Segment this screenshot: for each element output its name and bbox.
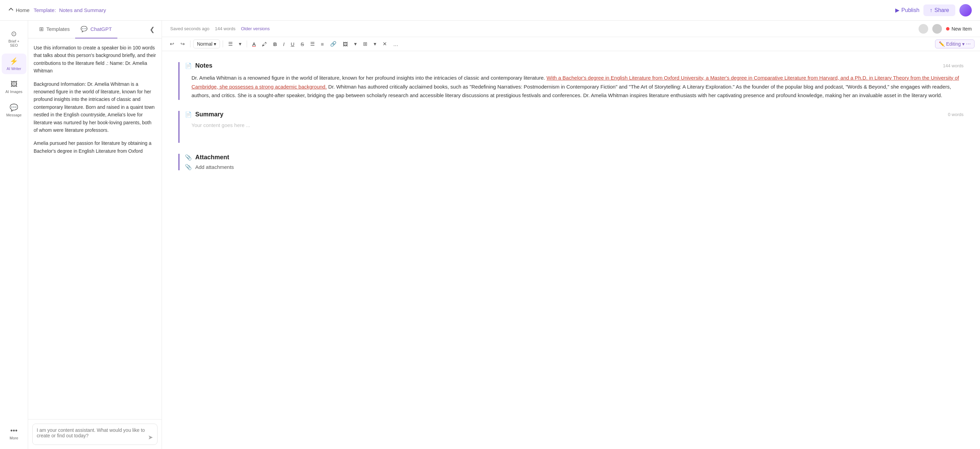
chat-message-2: Background Information: Dr. Amelia Whitm… — [33, 80, 156, 134]
sidebar-item-ai-images[interactable]: 🖼 AI Images — [2, 77, 26, 97]
new-item-button[interactable]: New Item — [946, 26, 972, 32]
top-bar: Home Template: Notes and Summary ▶ Publi… — [0, 0, 980, 21]
top-bar-right: ▶ Publish ↑ Share — [895, 4, 972, 16]
link-button[interactable]: 🔗 — [328, 39, 339, 49]
new-item-label: New Item — [951, 26, 972, 32]
summary-section-border: 📄 Summary 0 words Your content goes here… — [178, 111, 964, 143]
bullet-list-button[interactable]: ☰ — [308, 39, 317, 49]
text-color-button[interactable]: A — [250, 40, 258, 49]
breadcrumb-name: Notes and Summary — [59, 7, 106, 13]
chat-input-area: ➤ — [28, 419, 162, 449]
notes-title-row: 📄 Notes — [185, 62, 212, 69]
edit-icon: ✏️ — [939, 41, 945, 47]
chat-message-1: Use this information to create a speaker… — [33, 44, 156, 75]
panel-content: Use this information to create a speaker… — [28, 38, 162, 419]
publish-label: Publish — [901, 7, 919, 13]
editor-avatar-2 — [932, 24, 942, 33]
sidebar-item-ai-writer[interactable]: ⚡ AI Writer — [2, 54, 26, 74]
table-chevron-button[interactable]: ▾ — [371, 39, 379, 49]
share-label: Share — [934, 7, 949, 13]
editor-topbar: Saved seconds ago 144 words Older versio… — [162, 21, 980, 37]
more-options-button[interactable]: … — [391, 40, 401, 49]
notes-section: 📄 Notes 144 words Dr. Amelia Whitman is … — [178, 62, 964, 100]
clear-format-button[interactable]: ✕ — [380, 39, 390, 49]
publish-button[interactable]: ▶ Publish — [895, 7, 919, 13]
publish-icon: ▶ — [895, 7, 899, 13]
sidebar-label-more: More — [10, 436, 18, 440]
add-attachment-icon: 📎 — [185, 164, 192, 170]
highlight-button[interactable]: 🖍 — [259, 40, 269, 49]
sidebar-label-message: Message — [6, 113, 22, 117]
strikethrough-button[interactable]: S — [298, 40, 306, 49]
sidebar-label-ai-images: AI Images — [5, 89, 23, 94]
notes-section-border: 📄 Notes 144 words Dr. Amelia Whitman is … — [178, 62, 964, 100]
chatgpt-icon: 💬 — [81, 26, 88, 32]
editor-meta: Saved seconds ago 144 words Older versio… — [170, 26, 270, 31]
style-label: Normal — [197, 41, 212, 47]
undo-button[interactable]: ↩ — [167, 39, 177, 49]
editing-more-icon: ⋯ — [966, 41, 971, 47]
notes-section-header: 📄 Notes 144 words — [185, 62, 964, 69]
top-bar-left: Home Template: Notes and Summary — [8, 7, 106, 13]
toolbar-separator-1 — [190, 40, 191, 47]
attachment-title-row: 📎 Attachment — [185, 154, 964, 161]
panel-collapse-button[interactable]: ❮ — [148, 24, 156, 35]
more-icon: ••• — [10, 427, 18, 435]
editing-dropdown[interactable]: ✏️ Editing ▾ ⋯ — [935, 40, 975, 48]
sidebar-item-more[interactable]: ••• More — [2, 423, 26, 444]
sidebar-item-message[interactable]: 💬 Message — [2, 100, 26, 121]
summary-content-area[interactable]: Your content goes here ... — [185, 122, 964, 143]
summary-title-row: 📄 Summary — [185, 111, 223, 118]
older-versions-link[interactable]: Older versions — [241, 26, 270, 31]
chat-input[interactable] — [37, 427, 145, 441]
chat-input-box: ➤ — [32, 424, 158, 445]
notes-text-plain: Dr. Amelia Whitman is a renowned figure … — [191, 75, 547, 81]
image-button[interactable]: 🖼 — [340, 40, 350, 49]
tab-templates[interactable]: ⊞ Templates — [33, 21, 75, 38]
sidebar-label-brief-seo: Brief + SEO — [5, 39, 24, 47]
attachment-icon: 📎 — [185, 154, 192, 161]
align-button[interactable]: ☰ — [226, 39, 235, 49]
templates-icon: ⊞ — [39, 26, 44, 32]
editor-content[interactable]: 📄 Notes 144 words Dr. Amelia Whitman is … — [162, 51, 980, 449]
style-dropdown[interactable]: Normal ▾ — [193, 40, 220, 48]
summary-section-header: 📄 Summary 0 words — [185, 111, 964, 118]
sidebar-item-brief-seo[interactable]: ⊙ Brief + SEO — [2, 26, 26, 51]
underline-button[interactable]: U — [288, 40, 297, 49]
editing-chevron-icon: ▾ — [962, 41, 964, 47]
style-chevron-icon: ▾ — [214, 41, 216, 47]
image-chevron-button[interactable]: ▾ — [352, 39, 359, 49]
attachment-title: Attachment — [195, 154, 229, 161]
home-label: Home — [16, 7, 30, 13]
notes-title: Notes — [195, 62, 212, 69]
chat-send-button[interactable]: ➤ — [148, 433, 153, 441]
numbered-list-button[interactable]: ≡ — [318, 40, 326, 49]
add-attachment-row[interactable]: 📎 Add attachments — [185, 164, 964, 170]
editor-avatar-1 — [919, 24, 928, 33]
sidebar-label-ai-writer: AI Writer — [6, 67, 21, 71]
avatar[interactable] — [959, 4, 972, 16]
italic-button[interactable]: I — [281, 40, 287, 49]
summary-icon: 📄 — [185, 111, 192, 118]
home-button[interactable]: Home — [8, 7, 30, 13]
editor-topbar-right: New Item — [919, 24, 972, 33]
new-item-dot — [946, 27, 950, 30]
editing-label: Editing — [946, 41, 961, 47]
tab-chatgpt[interactable]: 💬 ChatGPT — [75, 21, 117, 38]
saved-label: Saved seconds ago — [170, 26, 209, 31]
table-button[interactable]: ⊞ — [361, 39, 370, 49]
notes-content[interactable]: Dr. Amelia Whitman is a renowned figure … — [185, 73, 964, 100]
ai-images-icon: 🖼 — [11, 80, 18, 88]
share-button[interactable]: ↑ Share — [923, 5, 955, 16]
attachment-section: 📎 Attachment 📎 Add attachments — [178, 154, 964, 170]
main-layout: ⊙ Brief + SEO ⚡ AI Writer 🖼 AI Images 💬 … — [0, 21, 980, 449]
attachment-section-border: 📎 Attachment 📎 Add attachments — [178, 154, 964, 170]
summary-title: Summary — [195, 111, 223, 118]
summary-section: 📄 Summary 0 words Your content goes here… — [178, 111, 964, 143]
chat-message-3: Amelia pursued her passion for literatur… — [33, 139, 156, 155]
align-chevron-button[interactable]: ▾ — [236, 39, 244, 49]
redo-button[interactable]: ↪ — [178, 39, 187, 49]
bold-button[interactable]: B — [271, 40, 279, 49]
left-sidebar: ⊙ Brief + SEO ⚡ AI Writer 🖼 AI Images 💬 … — [0, 21, 28, 449]
panel-tabs: ⊞ Templates 💬 ChatGPT ❮ — [28, 21, 162, 38]
